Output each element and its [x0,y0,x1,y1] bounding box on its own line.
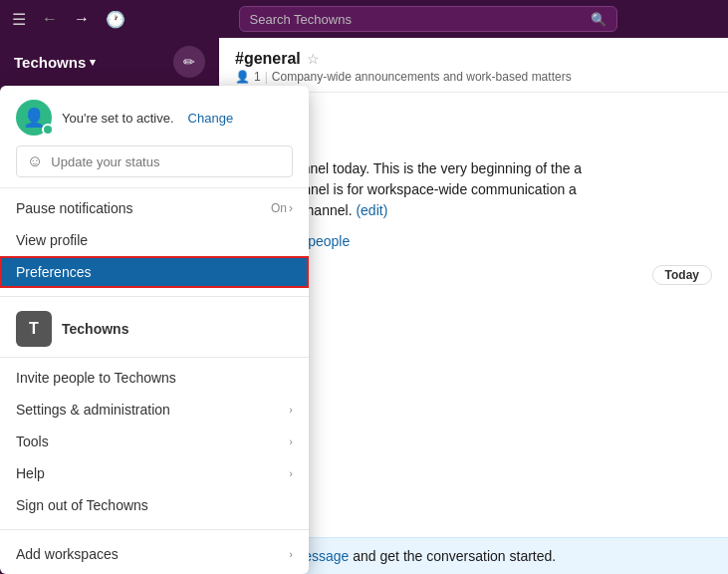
dropdown-menu-items-3: Add workspaces › [0,534,309,574]
workspace-row-label: Techowns [62,321,128,337]
tools-item[interactable]: Tools › [0,426,309,457]
dropdown-menu: 👤 You're set to active. Change ☺ Pause n… [0,86,309,574]
active-status-label: You're set to active. [62,111,174,126]
person-icon: 👤 [23,107,45,129]
search-input[interactable] [250,12,583,27]
history-icon[interactable]: 🕐 [102,6,129,33]
smiley-icon[interactable]: ☺ [27,152,43,170]
compose-button[interactable]: ✏ [173,46,205,78]
preferences-label: Preferences [16,264,91,280]
today-badge: Today [652,265,712,285]
preferences-item[interactable]: Preferences [0,256,309,288]
change-status-link[interactable]: Change [188,111,234,126]
settings-item[interactable]: Settings & administration › [0,394,309,426]
workspace-row[interactable]: T Techowns [0,301,309,358]
help-chevron-icon: › [289,467,293,479]
channel-header: #general ☆ 👤 1 | Company-wide announceme… [219,38,728,93]
star-icon[interactable]: ☆ [307,51,320,67]
channel-title-row: #general ☆ [235,50,712,68]
dropdown-top: 👤 You're set to active. Change ☺ [0,86,309,188]
status-row: 👤 You're set to active. Change [16,100,293,136]
invite-people-label: Invite people to Techowns [16,370,176,386]
back-button[interactable]: ← [36,8,64,30]
chevron-right-icon: › [289,201,293,215]
settings-label: Settings & administration [16,402,170,418]
post-text: and get the conversation started. [353,548,556,564]
status-input[interactable] [51,154,282,169]
view-profile-item[interactable]: View profile [0,224,309,256]
pause-notifications-value: On › [271,201,293,215]
menu-divider-2 [0,529,309,530]
status-input-row[interactable]: ☺ [16,145,293,177]
forward-button[interactable]: → [68,8,96,30]
signout-item[interactable]: Sign out of Techowns [0,489,309,521]
channel-name: #general [235,50,301,68]
workspace-name-label: Techowns [14,54,86,71]
search-bar[interactable]: 🔍 [239,6,617,32]
tools-label: Tools [16,433,49,449]
compose-icon: ✏ [183,54,195,70]
workspace-initial: T [29,320,39,338]
edit-link[interactable]: (edit) [356,202,387,218]
menu-divider-1 [0,296,309,297]
help-item[interactable]: Help › [0,457,309,489]
active-dot [42,124,54,136]
signout-label: Sign out of Techowns [16,497,148,513]
pause-notifications-item[interactable]: Pause notifications On › [0,192,309,224]
workspace-caret-icon: ▾ [90,56,96,69]
add-workspaces-chevron-icon: › [289,548,293,560]
tools-chevron-icon: › [289,435,293,447]
search-icon: 🔍 [591,12,607,27]
add-workspaces-label: Add workspaces [16,546,119,562]
settings-chevron-icon: › [289,404,293,416]
pipe-divider: | [265,70,268,84]
workspace-avatar: T [16,311,52,347]
invite-people-item[interactable]: Invite people to Techowns [0,362,309,394]
channel-description: Company-wide announcements and work-base… [272,70,572,84]
person-icon-small: 👤 [235,70,250,84]
sidebar-header: Techowns ▾ ✏ [0,38,219,86]
hamburger-icon[interactable]: ☰ [8,6,30,33]
view-profile-label: View profile [16,232,88,248]
dropdown-menu-items: Pause notifications On › View profile Pr… [0,188,309,292]
help-label: Help [16,465,45,481]
member-count: 1 [254,70,261,84]
pause-notifications-label: Pause notifications [16,200,133,216]
sidebar: Techowns ▾ ✏ 👤 You're set to active. [0,38,219,574]
workspace-name[interactable]: Techowns ▾ [14,54,96,71]
avatar: 👤 [16,100,52,136]
add-workspaces-item[interactable]: Add workspaces › [0,538,309,570]
dropdown-menu-items-2: Invite people to Techowns Settings & adm… [0,358,309,525]
channel-meta: 👤 1 | Company-wide announcements and wor… [235,70,712,84]
